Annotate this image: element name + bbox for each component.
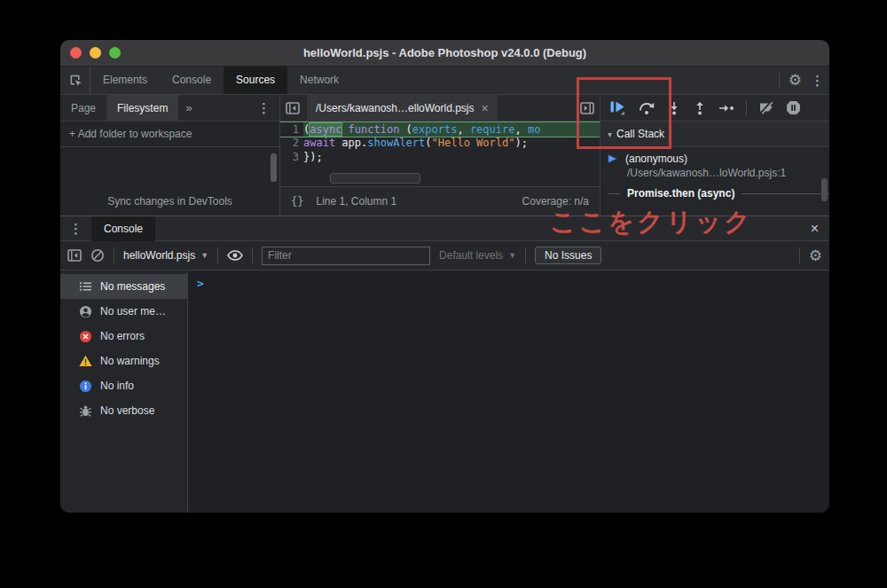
close-window-button[interactable] [70,47,82,59]
chevron-down-icon: ▼ [200,251,208,260]
divider [779,73,780,89]
close-tab-icon[interactable]: × [482,101,489,115]
zoom-window-button[interactable] [109,47,121,59]
filter-input[interactable] [262,247,430,265]
window-title: helloWorld.psjs - Adobe Photoshop v24.0.… [60,46,829,59]
titlebar: helloWorld.psjs - Adobe Photoshop v24.0.… [60,40,829,67]
sidebar-item-errors[interactable]: No errors [60,324,187,349]
error-icon [78,329,92,343]
clear-console-icon[interactable] [90,248,105,263]
line-number[interactable]: 3 [280,150,303,164]
more-tabs-icon[interactable]: » [178,101,199,114]
sidebar-item-warnings[interactable]: No warnings [60,349,187,373]
navigator-scrollbar[interactable] [271,153,277,182]
console-prompt[interactable]: > [197,277,204,290]
execution-marker-icon [608,154,618,163]
more-options-icon[interactable]: ⋮ [811,73,824,89]
no-issues-button[interactable]: No Issues [535,247,601,264]
user-icon [78,304,92,318]
add-folder-button[interactable]: + Add folder to workspace [60,122,279,147]
file-tab[interactable]: /Users/kawanosh…elloWorld.psjs × [307,95,498,122]
tab-sources[interactable]: Sources [224,67,287,94]
navigator-pane: Page Filesystem » ⋮ + Add folder to work… [60,95,280,216]
navigator-tab-filesystem[interactable]: Filesystem [106,95,178,122]
settings-gear-icon[interactable]: ⚙ [789,73,802,88]
pretty-print-icon[interactable]: {} [291,195,303,208]
context-selector[interactable]: helloWorld.psjs ▼ [123,249,208,262]
async-stack-divider: Promise.then (async) [600,187,829,200]
chevron-down-icon: ▼ [508,251,516,260]
sidebar-item-user-messages[interactable]: No user me… [60,299,187,324]
console-sidebar: No messages No user me… No errors [60,271,188,513]
console-settings-gear-icon[interactable]: ⚙ [809,248,822,263]
sidebar-item-info[interactable]: No info [60,373,187,398]
navigator-tab-page[interactable]: Page [60,95,106,122]
call-stack-frame[interactable]: (anonymous) [600,148,829,165]
log-levels-selector[interactable]: Default levels ▼ [439,249,516,262]
code-line: 2 await app.showAlert("Hello World"); [280,136,600,150]
plus-icon: + [69,128,75,140]
frame-location[interactable]: /Users/kawanosh…loWorld.psjs:1 [600,165,829,179]
frame-function: (anonymous) [625,153,687,165]
console-body: No messages No user me… No errors [60,271,829,513]
step-button[interactable] [718,104,734,113]
code-line: 3 }); [280,150,600,164]
drawer-tab-console[interactable]: Console [91,216,155,241]
call-stack-scrollbar[interactable] [821,178,828,201]
step-out-button[interactable] [693,101,707,115]
hide-navigator-icon[interactable] [280,102,300,114]
close-drawer-icon[interactable]: × [811,221,829,237]
live-expression-eye-icon[interactable] [227,250,243,261]
warning-icon [78,354,92,368]
line-number[interactable]: 1 [280,122,303,137]
file-tab-label: /Users/kawanosh…elloWorld.psjs [316,102,475,114]
sidebar-item-messages[interactable]: No messages [60,274,187,299]
list-icon [78,279,92,294]
pause-on-exceptions-button[interactable] [786,100,801,115]
paused-token: async [310,123,341,136]
navigator-menu-icon[interactable]: ⋮ [257,100,279,116]
sources-panel: Page Filesystem » ⋮ + Add folder to work… [60,95,829,216]
line-number[interactable]: 2 [280,136,303,150]
annotation-click-here-text: ここをクリック [550,205,753,240]
editor-horizontal-scrollbar[interactable] [330,173,420,184]
bug-icon [78,404,92,418]
tab-network[interactable]: Network [287,67,351,94]
console-toolbar: helloWorld.psjs ▼ Default levels ▼ No Is… [60,241,829,270]
sync-changes-note: Sync changes in DevTools [60,195,279,208]
sidebar-item-verbose[interactable]: No verbose [60,398,187,423]
cursor-position: Line 1, Column 1 [316,195,396,208]
tab-elements[interactable]: Elements [90,67,160,94]
tab-console[interactable]: Console [160,67,224,94]
divider [746,100,747,116]
code-editor[interactable]: 1 (async function (exports, require, mo … [280,122,600,186]
drawer-menu-icon[interactable]: ⋮ [60,221,91,237]
info-icon [78,379,92,393]
deactivate-breakpoints-button[interactable] [758,101,774,114]
console-drawer: ⋮ Console × helloWorld.psjs ▼ Defaul [60,216,829,513]
hide-console-sidebar-icon[interactable] [67,249,82,262]
devtools-window: helloWorld.psjs - Adobe Photoshop v24.0.… [60,40,829,513]
main-tabbar: Elements Console Sources Network ⚙ ⋮ [60,67,829,95]
minimize-window-button[interactable] [90,47,101,59]
inspect-element-icon[interactable] [60,67,90,94]
editor-pane: /Users/kawanosh…elloWorld.psjs × 1 (asyn… [280,95,600,216]
annotation-highlight-rectangle [577,77,671,149]
